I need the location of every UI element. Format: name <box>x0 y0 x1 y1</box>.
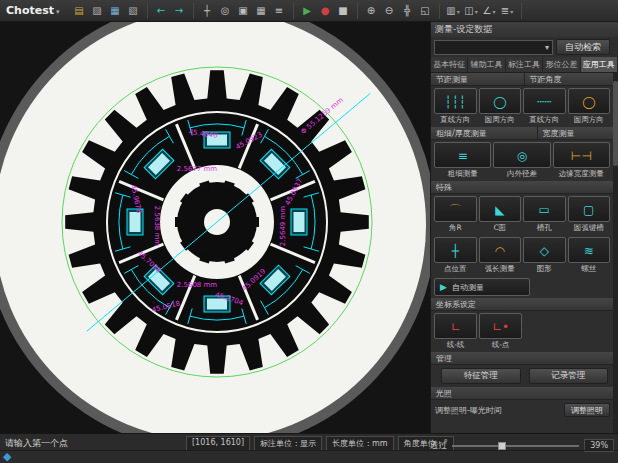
camera-icon[interactable]: ▣ <box>235 3 252 19</box>
annotation-unit: 标注单位：显示 <box>254 436 322 451</box>
measurement-canvas[interactable]: Φ 55.1259 mm45.484645.09232.5677 mm45.96… <box>0 22 430 433</box>
run-icon[interactable]: ▶ <box>299 3 316 19</box>
feature-manage-button[interactable]: 特征管理 <box>441 368 521 384</box>
adjust-light-button[interactable]: 调整照明 <box>564 403 610 417</box>
scrollbar-thumb[interactable] <box>613 81 618 166</box>
tools-menu-icon[interactable]: ≣▾ <box>499 3 516 19</box>
tab-annotation-tools[interactable]: 标注工具 <box>506 57 543 72</box>
tool-graphic-icon: ◇ <box>523 237 566 263</box>
feature-select-row: ▾ 自动检索 <box>431 37 618 57</box>
toolbar-group: ┼◎▣▦≡ <box>194 3 294 19</box>
tool-screw[interactable]: ≋螺丝 <box>568 237 611 274</box>
coordinate-tool-row: ∟线-线∟•线-点 <box>431 311 618 352</box>
section-header-thickness: 粗细/厚度测量 宽度测量 <box>431 127 618 140</box>
tool-thickness-measure[interactable]: ≡粗细测量 <box>434 142 491 179</box>
slider-thumb[interactable] <box>498 442 506 450</box>
tab-form-tolerance[interactable]: 形位公差 <box>543 57 580 72</box>
app-logo-text: Chotest <box>6 4 54 17</box>
status-divider <box>0 450 618 451</box>
toolbar-group: ▥▾◫▾∠▾≣▾ <box>440 3 522 19</box>
tool-arc-length[interactable]: ◠弧长测量 <box>479 237 522 274</box>
toolbar-icon-groups: ▤▨▦▧←→┼◎▣▦≡▶●■⊕⊖╬◱▥▾◫▾∠▾≣▾ <box>66 0 522 21</box>
tool-pitch-circular[interactable]: ◯圆周方向 <box>479 88 522 125</box>
feature-select[interactable]: ▾ <box>434 40 553 55</box>
chevron-down-icon: ▾ <box>475 8 478 15</box>
chevron-down-icon: ▾ <box>510 8 513 15</box>
record-icon[interactable]: ● <box>317 3 334 19</box>
tool-label: 直线方向 <box>434 115 477 125</box>
tool-label: 点位置 <box>434 264 477 274</box>
section-title-coordinate: 坐标系设定 <box>431 298 618 311</box>
tool-point-position[interactable]: ┼点位置 <box>434 237 477 274</box>
tool-c-face-icon: ◣ <box>479 196 522 222</box>
tool-coord-line-point[interactable]: ∟•线-点 <box>479 313 522 350</box>
tab-app-tools[interactable]: 应用工具 <box>581 57 618 72</box>
fit-view-icon[interactable]: ◱ <box>417 3 434 19</box>
crosshair-icon[interactable]: ┼ <box>199 3 216 19</box>
light-adjust-row: 调整照明-曝光时间 调整照明 <box>431 400 618 419</box>
zoom-out-icon[interactable]: ⊖ <box>381 3 398 19</box>
tool-pitch-linear[interactable]: ┆┆┆直线方向 <box>434 88 477 125</box>
new-doc-icon[interactable]: ▤ <box>71 3 88 19</box>
tool-coord-line-line-icon: ∟ <box>434 313 477 339</box>
zoom-in-icon[interactable]: ⊕ <box>363 3 380 19</box>
panel-title: 测量-设定数据 <box>431 22 618 37</box>
tool-c-face[interactable]: ◣C面 <box>479 196 522 233</box>
snap-settings-icon[interactable]: ▥▾ <box>445 3 462 19</box>
cursor-coordinates: [1016, 1610] <box>186 436 250 451</box>
tool-auto-measure[interactable]: ▶ 自动测量 <box>434 278 530 296</box>
status-hint: 请输入第一个点 <box>5 437 68 450</box>
measure-scale-icon[interactable]: ≡ <box>271 3 288 19</box>
tool-corner-r-icon: ⌒ <box>434 196 477 222</box>
stop-icon[interactable]: ■ <box>335 3 352 19</box>
section-header-coordinate: 坐标系设定 <box>431 298 618 311</box>
record-manage-button[interactable]: 记录管理 <box>529 368 609 384</box>
tool-pitch-angle-linear-icon: ┄┄ <box>523 88 566 114</box>
taskbar-app-icon[interactable]: ◆ <box>3 450 11 463</box>
tool-label: 角R <box>434 223 477 233</box>
tool-edge-width[interactable]: ⊢⊣边缘宽度测量 <box>553 142 610 179</box>
tool-coord-line-line[interactable]: ∟线-线 <box>434 313 477 350</box>
tool-label: 边缘宽度测量 <box>553 169 610 179</box>
angle-menu-icon[interactable]: ∠▾ <box>481 3 498 19</box>
tool-label: 线-点 <box>479 340 522 350</box>
tool-slot-hole[interactable]: ▭槽孔 <box>523 196 566 233</box>
forward-arrow-icon[interactable]: → <box>171 3 188 19</box>
section-title-manage: 管理 <box>431 352 618 365</box>
pitch-tool-row: ┆┆┆直线方向◯圆周方向┄┄直线方向◯圆周方向 <box>431 86 618 127</box>
tool-corner-r[interactable]: ⌒角R <box>434 196 477 233</box>
open-file-icon[interactable]: ▨ <box>89 3 106 19</box>
slider-track[interactable] <box>452 445 579 447</box>
tool-point-position-icon: ┼ <box>434 237 477 263</box>
tool-label: 直线方向 <box>523 115 566 125</box>
tool-auto-measure-icon: ▶ <box>440 282 447 292</box>
tab-basic-features[interactable]: 基本特征 <box>431 57 468 72</box>
display-options-icon[interactable]: ◫▾ <box>463 3 480 19</box>
back-arrow-icon[interactable]: ← <box>153 3 170 19</box>
tool-graphic[interactable]: ◇图形 <box>523 237 566 274</box>
chevron-down-icon: ▾ <box>545 43 549 52</box>
chevron-down-icon: ▾ <box>56 8 60 16</box>
tool-arc-length-icon: ◠ <box>479 237 522 263</box>
tool-id-od-difference[interactable]: ◎内外径差 <box>493 142 550 179</box>
camera-view[interactable] <box>0 22 430 433</box>
tool-tabs: 基本特征 辅助工具 标注工具 形位公差 应用工具 <box>431 57 618 73</box>
tool-arc-keyway[interactable]: ▢圆弧键槽 <box>568 196 611 233</box>
grid-view-icon[interactable]: ▦ <box>253 3 270 19</box>
tool-label: 内外径差 <box>493 169 550 179</box>
tool-label: 线-线 <box>434 340 477 350</box>
focus-target-icon[interactable]: ◎ <box>217 3 234 19</box>
tool-pitch-angle-circular[interactable]: ◯圆周方向 <box>568 88 611 125</box>
tool-pitch-angle-linear[interactable]: ┄┄直线方向 <box>523 88 566 125</box>
app-logo-menu[interactable]: Chotest▾ <box>6 4 60 17</box>
auto-search-button[interactable]: 自动检索 <box>556 39 610 55</box>
toolbar-group: ▤▨▦▧ <box>66 3 148 19</box>
status-segments: [1016, 1610] 标注单位：显示 长度单位：mm 角度单位：° <box>186 436 454 451</box>
save-icon[interactable]: ▦ <box>107 3 124 19</box>
tool-slot-hole-icon: ▭ <box>523 196 566 222</box>
special-tool-row-1: ⌒角R◣C面▭槽孔▢圆弧键槽 <box>431 194 618 235</box>
tab-aux-tools[interactable]: 辅助工具 <box>468 57 505 72</box>
export-icon[interactable]: ▧ <box>125 3 142 19</box>
pan-hand-icon[interactable]: ╬ <box>399 3 416 19</box>
panel-scrollbar[interactable] <box>613 73 618 433</box>
